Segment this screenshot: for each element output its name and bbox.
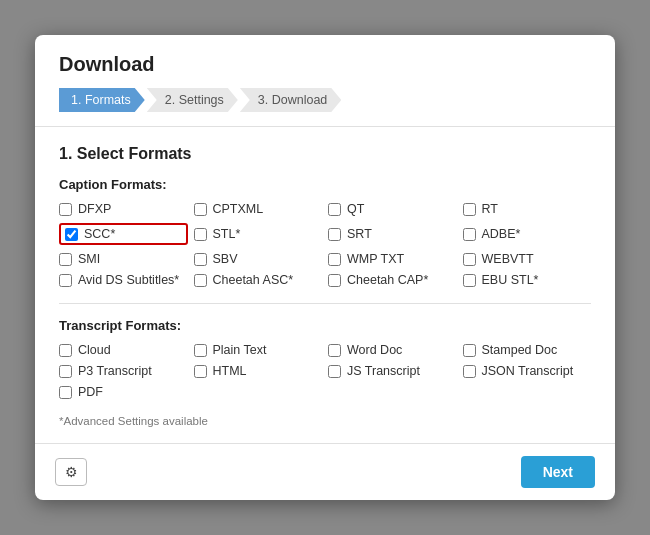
- checkbox-wmptxt[interactable]: [328, 253, 341, 266]
- format-p3-transcript[interactable]: P3 Transcript: [59, 364, 188, 378]
- footer-left: ⚙: [55, 458, 87, 486]
- format-wmptxt[interactable]: WMP TXT: [328, 252, 457, 266]
- format-dfxp[interactable]: DFXP: [59, 202, 188, 216]
- format-pdf[interactable]: PDF: [59, 385, 188, 399]
- checkbox-webvtt[interactable]: [463, 253, 476, 266]
- format-scc[interactable]: SCC*: [59, 223, 188, 245]
- format-label-wmptxt: WMP TXT: [347, 252, 404, 266]
- checkbox-cptxml[interactable]: [194, 203, 207, 216]
- next-button[interactable]: Next: [521, 456, 595, 488]
- format-srt[interactable]: SRT: [328, 223, 457, 245]
- format-avid[interactable]: Avid DS Subtitles*: [59, 273, 188, 287]
- download-modal: Download 1. Formats 2. Settings 3. Downl…: [35, 35, 615, 500]
- format-label-pdf: PDF: [78, 385, 103, 399]
- format-label-smi: SMI: [78, 252, 100, 266]
- checkbox-plain-text[interactable]: [194, 344, 207, 357]
- format-label-scc: SCC*: [84, 227, 115, 241]
- checkbox-p3-transcript[interactable]: [59, 365, 72, 378]
- step-settings[interactable]: 2. Settings: [147, 88, 238, 112]
- format-label-json-transcript: JSON Transcript: [482, 364, 574, 378]
- checkbox-stl[interactable]: [194, 228, 207, 241]
- transcript-formats-grid: Cloud Plain Text Word Doc Stamped Doc P3…: [59, 343, 591, 399]
- checkbox-srt[interactable]: [328, 228, 341, 241]
- steps-bar: 1. Formats 2. Settings 3. Download: [59, 88, 591, 112]
- format-label-stl: STL*: [213, 227, 241, 241]
- modal-header: Download 1. Formats 2. Settings 3. Downl…: [35, 35, 615, 127]
- caption-group-label: Caption Formats:: [59, 177, 591, 192]
- format-cloud[interactable]: Cloud: [59, 343, 188, 357]
- format-plain-text[interactable]: Plain Text: [194, 343, 323, 357]
- format-label-dfxp: DFXP: [78, 202, 111, 216]
- format-cheetah-asc[interactable]: Cheetah ASC*: [194, 273, 323, 287]
- format-label-cloud: Cloud: [78, 343, 111, 357]
- format-rt[interactable]: RT: [463, 202, 592, 216]
- format-json-transcript[interactable]: JSON Transcript: [463, 364, 592, 378]
- advanced-note: *Advanced Settings available: [59, 415, 591, 427]
- checkbox-ebu-stl[interactable]: [463, 274, 476, 287]
- format-label-webvtt: WEBVTT: [482, 252, 534, 266]
- format-adbe[interactable]: ADBE*: [463, 223, 592, 245]
- checkbox-cheetah-cap[interactable]: [328, 274, 341, 287]
- checkbox-html[interactable]: [194, 365, 207, 378]
- format-cheetah-cap[interactable]: Cheetah CAP*: [328, 273, 457, 287]
- checkbox-js-transcript[interactable]: [328, 365, 341, 378]
- caption-formats-grid: DFXP CPTXML QT RT SCC* STL*: [59, 202, 591, 287]
- format-smi[interactable]: SMI: [59, 252, 188, 266]
- checkbox-smi[interactable]: [59, 253, 72, 266]
- format-ebu-stl[interactable]: EBU STL*: [463, 273, 592, 287]
- checkbox-avid[interactable]: [59, 274, 72, 287]
- checkbox-rt[interactable]: [463, 203, 476, 216]
- format-word-doc[interactable]: Word Doc: [328, 343, 457, 357]
- step-formats[interactable]: 1. Formats: [59, 88, 145, 112]
- format-label-p3-transcript: P3 Transcript: [78, 364, 152, 378]
- format-label-word-doc: Word Doc: [347, 343, 402, 357]
- section-title: 1. Select Formats: [59, 145, 591, 163]
- format-html[interactable]: HTML: [194, 364, 323, 378]
- checkbox-word-doc[interactable]: [328, 344, 341, 357]
- modal-title: Download: [59, 53, 591, 76]
- settings-button[interactable]: ⚙: [55, 458, 87, 486]
- format-label-cheetah-cap: Cheetah CAP*: [347, 273, 428, 287]
- format-label-rt: RT: [482, 202, 498, 216]
- format-js-transcript[interactable]: JS Transcript: [328, 364, 457, 378]
- checkbox-stamped-doc[interactable]: [463, 344, 476, 357]
- modal-body: 1. Select Formats Caption Formats: DFXP …: [35, 127, 615, 443]
- checkbox-dfxp[interactable]: [59, 203, 72, 216]
- checkbox-adbe[interactable]: [463, 228, 476, 241]
- format-qt[interactable]: QT: [328, 202, 457, 216]
- format-label-ebu-stl: EBU STL*: [482, 273, 539, 287]
- format-webvtt[interactable]: WEBVTT: [463, 252, 592, 266]
- transcript-group-label: Transcript Formats:: [59, 318, 591, 333]
- format-stl[interactable]: STL*: [194, 223, 323, 245]
- checkbox-json-transcript[interactable]: [463, 365, 476, 378]
- checkbox-pdf[interactable]: [59, 386, 72, 399]
- checkbox-cheetah-asc[interactable]: [194, 274, 207, 287]
- format-label-html: HTML: [213, 364, 247, 378]
- format-label-avid: Avid DS Subtitles*: [78, 273, 179, 287]
- format-label-cheetah-asc: Cheetah ASC*: [213, 273, 294, 287]
- format-stamped-doc[interactable]: Stamped Doc: [463, 343, 592, 357]
- checkbox-sbv[interactable]: [194, 253, 207, 266]
- format-label-qt: QT: [347, 202, 364, 216]
- format-label-cptxml: CPTXML: [213, 202, 264, 216]
- format-label-js-transcript: JS Transcript: [347, 364, 420, 378]
- checkbox-scc[interactable]: [65, 228, 78, 241]
- checkbox-cloud[interactable]: [59, 344, 72, 357]
- step-download[interactable]: 3. Download: [240, 88, 342, 112]
- modal-footer: ⚙ Next: [35, 443, 615, 500]
- divider: [59, 303, 591, 304]
- format-label-srt: SRT: [347, 227, 372, 241]
- format-label-sbv: SBV: [213, 252, 238, 266]
- format-sbv[interactable]: SBV: [194, 252, 323, 266]
- settings-icon: ⚙: [65, 464, 78, 480]
- format-label-adbe: ADBE*: [482, 227, 521, 241]
- format-cptxml[interactable]: CPTXML: [194, 202, 323, 216]
- format-label-plain-text: Plain Text: [213, 343, 267, 357]
- checkbox-qt[interactable]: [328, 203, 341, 216]
- format-label-stamped-doc: Stamped Doc: [482, 343, 558, 357]
